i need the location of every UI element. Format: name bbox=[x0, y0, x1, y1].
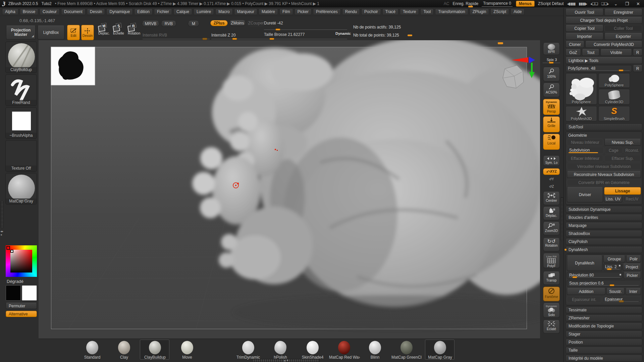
xyz-symmetry-button[interactable]: ⤺xyz bbox=[543, 168, 560, 175]
sub-projection-slider[interactable]: Sous projection 0.6 bbox=[567, 280, 641, 287]
menu-brosse[interactable]: Brosse bbox=[20, 8, 38, 15]
convert-bpr-button[interactable]: Convertir BPR en Géométrie bbox=[567, 179, 641, 186]
dynamesh-picker-button[interactable]: Picker bbox=[624, 272, 641, 279]
current-material-thumbnail[interactable]: MatCap Gray bbox=[5, 173, 37, 204]
close-button[interactable]: ✕ bbox=[634, 1, 642, 6]
zsub-button[interactable]: ZMoins bbox=[229, 20, 246, 26]
move-mode-button[interactable]: M Deplac. bbox=[98, 25, 107, 35]
tool-quicksave-slider[interactable]: PolySphere. 48 bbox=[566, 65, 632, 72]
menu-texture[interactable]: Texture bbox=[400, 8, 419, 15]
color-picker-sv-square[interactable] bbox=[10, 250, 32, 273]
active-tool-thumbnail[interactable]: PolySphere bbox=[566, 73, 597, 105]
zoom-100-button[interactable]: 100% bbox=[543, 67, 560, 81]
local-transform-button[interactable]: Local bbox=[543, 134, 560, 150]
section-mesh-integrity[interactable]: Intégrité du modèle bbox=[566, 355, 642, 362]
material-blinn[interactable]: Blinn bbox=[360, 341, 390, 360]
paste-tool-button[interactable]: Coller Tool bbox=[604, 25, 642, 32]
lower-res-button[interactable]: Niveau Inférieur bbox=[567, 139, 603, 146]
section-edge-loops[interactable]: Boucles d'arêtes bbox=[566, 214, 642, 221]
right-shelf-scrollbar[interactable] bbox=[561, 197, 563, 241]
secondary-color-swatch[interactable] bbox=[22, 285, 37, 301]
dynamesh-project-toggle[interactable]: Project bbox=[623, 263, 641, 271]
menu-dessin[interactable]: Dessin bbox=[87, 8, 105, 15]
lightbox-tools-button[interactable]: Lightbox ▶ Tools bbox=[566, 57, 642, 64]
section-claypolish[interactable]: ClayPolish bbox=[566, 238, 642, 245]
projection-master-button[interactable]: Projection Master ◢ bbox=[6, 25, 36, 40]
menu-rendu[interactable]: Rendu bbox=[342, 8, 360, 15]
z-intensity-slider[interactable]: Intensité Z 20 bbox=[211, 33, 236, 38]
draw-size-handle[interactable] bbox=[269, 38, 274, 40]
menu-pochoir[interactable]: Pochoir bbox=[361, 8, 381, 15]
del-lower-button[interactable]: Effacer Inférieur bbox=[567, 155, 603, 162]
minimize-button[interactable]: ⌄ bbox=[612, 1, 620, 6]
rgb-intensity-slider[interactable]: Intensité RVB bbox=[143, 33, 167, 38]
restore-button[interactable]: ❐ bbox=[623, 1, 631, 6]
inner-thickness-button[interactable]: Epaisseur int. bbox=[567, 296, 601, 303]
current-stroke-thumbnail[interactable]: FreeHand bbox=[5, 74, 37, 106]
dynamic-draw-size-toggle[interactable]: Dynamic bbox=[335, 32, 351, 36]
menu-zplugin[interactable]: ZPlugin bbox=[470, 8, 489, 15]
tool-slot-cylinder3d[interactable]: Cylinder3D bbox=[598, 89, 630, 105]
section-subtool[interactable]: SubTool bbox=[566, 123, 642, 130]
current-alpha-thumbnail[interactable]: ~BrushAlpha bbox=[5, 107, 37, 139]
dynamesh-sub-button[interactable]: Soustr. bbox=[606, 288, 625, 295]
import-button[interactable]: Importer bbox=[566, 33, 603, 40]
section-size[interactable]: Taille bbox=[566, 347, 642, 354]
left-tray-expand-arrows[interactable]: ◂▸◂ bbox=[0, 230, 3, 236]
dynamesh-button[interactable]: DynaMesh bbox=[567, 255, 602, 271]
tray-divider-handle[interactable] bbox=[408, 35, 412, 36]
brush-claybuildup[interactable]: ClayBuildup bbox=[140, 341, 170, 360]
window-stack-left-icon[interactable]: ◂❏❏ bbox=[590, 2, 598, 6]
menu-lumiere[interactable]: Lumière bbox=[194, 8, 214, 15]
perspective-button[interactable]: Dynamic Persp bbox=[543, 99, 560, 115]
divider-right-icon[interactable]: ▮▮▮▮▸ bbox=[579, 2, 587, 6]
menu-calque[interactable]: Calque bbox=[173, 8, 192, 15]
floor-grid-button[interactable]: Grille bbox=[543, 116, 560, 132]
edit-button[interactable]: Edit bbox=[67, 25, 80, 40]
rconst-button[interactable]: Rconst. bbox=[624, 147, 641, 154]
tool-slot-polymesh3d[interactable]: PolyMesh3D bbox=[566, 106, 597, 121]
canvas-viewport[interactable] bbox=[39, 40, 540, 339]
dynamesh-resolution-slider[interactable]: Résolution 80 bbox=[567, 272, 623, 279]
actual-size-button[interactable]: AC50% bbox=[543, 83, 560, 97]
goz-r-button[interactable]: R bbox=[633, 49, 642, 56]
exploded-view-button[interactable]: Eclaté bbox=[543, 320, 560, 334]
mrvb-button[interactable]: MRVB bbox=[142, 21, 159, 27]
window-stack-right-icon[interactable]: ❏❏▸ bbox=[601, 2, 608, 6]
thickness-slider[interactable]: Epaisseur bbox=[602, 296, 641, 303]
menu-aide[interactable]: Aide bbox=[511, 8, 525, 15]
rvb-button[interactable]: RVB bbox=[161, 21, 176, 27]
pan-button[interactable]: Déplac. bbox=[543, 207, 560, 220]
section-tessimate[interactable]: Tessimate bbox=[566, 306, 642, 313]
menu-trace[interactable]: Tracé bbox=[382, 8, 398, 15]
zadd-button[interactable]: ZPlus bbox=[210, 20, 228, 26]
divider-left-icon[interactable]: ◂▮▮▮▮ bbox=[567, 2, 576, 6]
tool-r-button[interactable]: R bbox=[633, 65, 642, 72]
sdiv-slider[interactable]: Subdivision bbox=[567, 147, 604, 154]
geometrie-header[interactable]: Géométrie bbox=[567, 133, 641, 139]
sculpt-3d-view[interactable] bbox=[39, 40, 540, 339]
menus-button[interactable]: Menus bbox=[516, 1, 535, 7]
alternative-color-button[interactable]: Alternative bbox=[6, 311, 37, 317]
export-button[interactable]: Exporter bbox=[604, 33, 642, 40]
zoom3d-button[interactable]: Zoom3D bbox=[543, 222, 560, 235]
ghost-transparency-button[interactable]: Fantôme bbox=[543, 287, 560, 301]
rotate-view-button[interactable]: ↻↺ Rotation bbox=[543, 238, 560, 251]
section-stager[interactable]: Stager bbox=[566, 330, 642, 338]
lightbox-button[interactable]: LightBox bbox=[38, 25, 64, 40]
menu-picker[interactable]: Picker bbox=[294, 8, 312, 15]
section-dynamesh[interactable]: DynaMesh bbox=[566, 246, 642, 253]
polyframe-button[interactable]: Line Fill PolyF bbox=[543, 253, 560, 268]
menu-document[interactable]: Document bbox=[61, 8, 86, 15]
clone-button[interactable]: Cloner bbox=[566, 41, 584, 48]
left-tray-scrollbar[interactable] bbox=[1, 201, 4, 228]
z-intensity-handle[interactable] bbox=[232, 38, 237, 40]
section-dynamic-subdiv[interactable]: Subdivision Dynamique bbox=[566, 206, 642, 213]
rotate-z-button[interactable]: ↺Z bbox=[543, 184, 560, 190]
material-skinshade4[interactable]: SkinShade4 bbox=[298, 341, 328, 360]
brush-standard[interactable]: Standard bbox=[77, 341, 107, 360]
draw-button[interactable]: Dessin bbox=[81, 25, 94, 40]
shelf-scroll-divider[interactable]: ▲▼ bbox=[253, 359, 320, 362]
menu-dynamique[interactable]: Dynamique bbox=[106, 8, 133, 15]
color-picker[interactable] bbox=[6, 245, 37, 277]
